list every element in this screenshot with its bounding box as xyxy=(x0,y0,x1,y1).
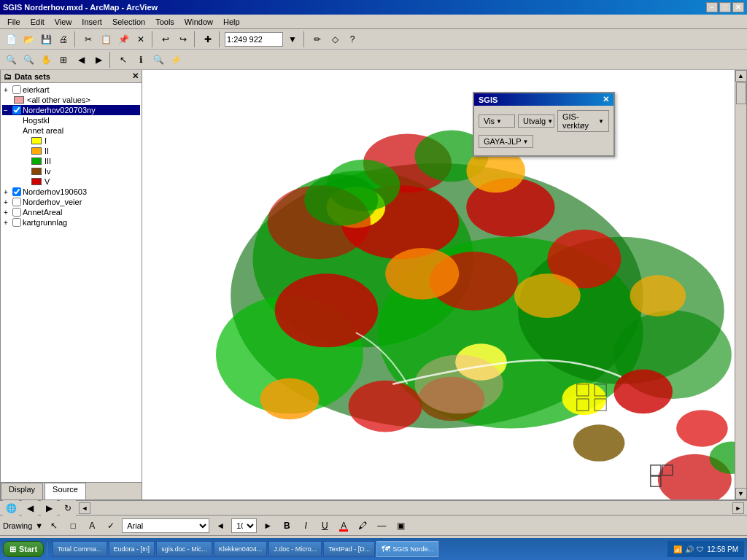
select-tool-button[interactable]: ↖ xyxy=(46,518,62,534)
sketch-button[interactable]: ◇ xyxy=(327,31,343,47)
fill-color-button[interactable]: ▣ xyxy=(392,518,409,534)
expand-icon3[interactable]: + xyxy=(4,188,12,196)
font-size-down[interactable]: ◄ xyxy=(212,518,228,534)
maximize-button[interactable]: □ xyxy=(719,2,731,12)
expand-icon4[interactable]: + xyxy=(4,198,12,206)
menu-tools[interactable]: Tools xyxy=(151,16,179,28)
legend-II[interactable]: II xyxy=(2,146,140,156)
underline-button[interactable]: U xyxy=(317,518,333,534)
cut-button[interactable]: ✂ xyxy=(80,31,96,47)
scale-dropdown[interactable]: ▼ xyxy=(285,31,301,47)
sublayer-annet-areal[interactable]: Annet areal xyxy=(2,125,140,136)
layer-norderhov190603[interactable]: + Norderhov190603 xyxy=(2,187,140,197)
layer-annetareal[interactable]: + AnnetAreal xyxy=(2,207,140,217)
hscroll-right-button[interactable]: ► xyxy=(732,502,744,514)
layer-norderhov020703ny[interactable]: − Norderhov020703ny xyxy=(2,105,140,115)
new-button[interactable]: 📄 xyxy=(3,31,19,47)
menu-window[interactable]: Window xyxy=(180,16,217,28)
expand-icon5[interactable]: + xyxy=(4,209,12,217)
hyperlink-button[interactable]: ⚡ xyxy=(168,52,184,68)
delete-button[interactable]: ✕ xyxy=(133,31,149,47)
italic-button[interactable]: I xyxy=(298,518,314,534)
minimize-button[interactable]: − xyxy=(706,2,718,12)
layer-kartgrunnlag[interactable]: + kartgrunnlag xyxy=(2,217,140,228)
line-color-button[interactable]: — xyxy=(374,518,390,534)
map-area[interactable]: SGIS ✕ Vis ▼ Utvalg ▼ GIS-verktøy ▼ xyxy=(142,70,747,500)
spellcheck-button[interactable]: ✓ xyxy=(103,518,119,534)
layer-eierkart[interactable]: + eierkart xyxy=(2,85,140,95)
layer-eierkart-checkbox[interactable] xyxy=(12,85,21,94)
taskbar-sgis-nord[interactable]: 🗺SGIS Norde... xyxy=(376,541,438,557)
scroll-up-button[interactable]: ▲ xyxy=(735,70,747,82)
expand-icon6[interactable]: + xyxy=(4,219,12,227)
add-data-button[interactable]: ✚ xyxy=(200,31,216,47)
taskbar-klekken[interactable]: Klekken0404... xyxy=(214,541,268,557)
identify-button[interactable]: ℹ xyxy=(133,52,149,68)
font-size-select[interactable]: 10 xyxy=(231,518,257,533)
zoom-out-button[interactable]: 🔍 xyxy=(20,52,36,68)
scale-input[interactable] xyxy=(225,32,283,47)
menu-insert[interactable]: Insert xyxy=(77,16,107,28)
sublayer-hogstkl[interactable]: Hogstkl xyxy=(2,115,140,125)
scroll-track[interactable] xyxy=(735,82,747,488)
save-button[interactable]: 💾 xyxy=(38,31,54,47)
legend-IV[interactable]: Iv xyxy=(2,166,140,176)
layer-norderhov190603-checkbox[interactable] xyxy=(12,187,21,196)
back-extent-button[interactable]: ◀ xyxy=(73,52,89,68)
editor-button[interactable]: ✏ xyxy=(309,31,325,47)
menu-edit[interactable]: Edit xyxy=(26,16,49,28)
drawing-dropdown-arrow[interactable]: ▼ xyxy=(35,521,43,530)
nav-forward-icon[interactable]: ▶ xyxy=(41,500,57,516)
layer-kartgrunnlag-checkbox[interactable] xyxy=(12,218,21,227)
legend-all-other[interactable]: <all other values> xyxy=(2,95,140,105)
expand-icon[interactable]: + xyxy=(4,86,12,94)
font-select[interactable]: Arial xyxy=(122,518,209,533)
font-color-button[interactable]: A xyxy=(336,518,352,534)
scroll-down-button[interactable]: ▼ xyxy=(735,488,747,499)
hscroll-left-button[interactable]: ◄ xyxy=(79,502,90,514)
layer-annetareal-checkbox[interactable] xyxy=(12,208,21,217)
tab-source[interactable]: Source xyxy=(44,483,86,500)
taskbar-sgis-doc[interactable]: sgis.doc - Mic... xyxy=(156,541,212,557)
taskbar-eudora[interactable]: Eudora - [In] xyxy=(109,541,155,557)
select-button[interactable]: ↖ xyxy=(115,52,131,68)
legend-I[interactable]: I xyxy=(2,136,140,146)
zoom-in-button[interactable]: 🔍 xyxy=(3,52,19,68)
menu-selection[interactable]: Selection xyxy=(108,16,150,28)
layer-norderhov020703ny-checkbox[interactable] xyxy=(12,106,21,114)
taskbar-textpad[interactable]: TextPad - [D... xyxy=(323,541,375,557)
sgis-close-button[interactable]: ✕ xyxy=(603,95,609,104)
legend-V[interactable]: V xyxy=(2,176,140,187)
tab-display[interactable]: Display xyxy=(1,483,43,499)
refresh-icon[interactable]: ↻ xyxy=(60,500,76,516)
globe-icon[interactable]: 🌐 xyxy=(3,500,19,516)
copy-button[interactable]: 📋 xyxy=(98,31,114,47)
bold-button[interactable]: B xyxy=(279,518,295,534)
redo-button[interactable]: ↪ xyxy=(175,31,191,47)
hscroll-track[interactable] xyxy=(90,502,732,514)
sgis-gaya-dropdown[interactable]: GAYA-JLP ▼ xyxy=(479,135,533,148)
find-button[interactable]: 🔍 xyxy=(150,52,166,68)
menu-view[interactable]: View xyxy=(50,16,77,28)
layer-norderhov-veier[interactable]: + Norderhov_veier xyxy=(2,197,140,207)
help-button[interactable]: ? xyxy=(344,31,360,47)
open-button[interactable]: 📂 xyxy=(20,31,36,47)
legend-III[interactable]: III xyxy=(2,156,140,166)
menu-file[interactable]: File xyxy=(3,16,25,28)
expand-icon2[interactable]: − xyxy=(4,106,12,114)
print-button[interactable]: 🖨 xyxy=(55,31,71,47)
toc-close-button[interactable]: ✕ xyxy=(132,71,139,81)
taskbar-total-comma[interactable]: Total Comma... xyxy=(53,541,107,557)
scroll-thumb[interactable] xyxy=(736,82,746,104)
taskbar-j-doc[interactable]: J.doc - Micro... xyxy=(268,541,322,557)
text-tool-button[interactable]: A xyxy=(84,518,100,534)
font-size-up[interactable]: ► xyxy=(260,518,276,534)
sgis-gis-verktoy-dropdown[interactable]: GIS-verktøy ▼ xyxy=(557,110,609,132)
nav-back-icon[interactable]: ◀ xyxy=(22,500,38,516)
full-extent-button[interactable]: ⊞ xyxy=(55,52,71,68)
pan-button[interactable]: ✋ xyxy=(38,52,54,68)
sgis-utvalg-dropdown[interactable]: Utvalg ▼ xyxy=(518,114,554,128)
undo-button[interactable]: ↩ xyxy=(158,31,174,47)
paste-button[interactable]: 📌 xyxy=(115,31,131,47)
sgis-vis-dropdown[interactable]: Vis ▼ xyxy=(479,114,515,128)
